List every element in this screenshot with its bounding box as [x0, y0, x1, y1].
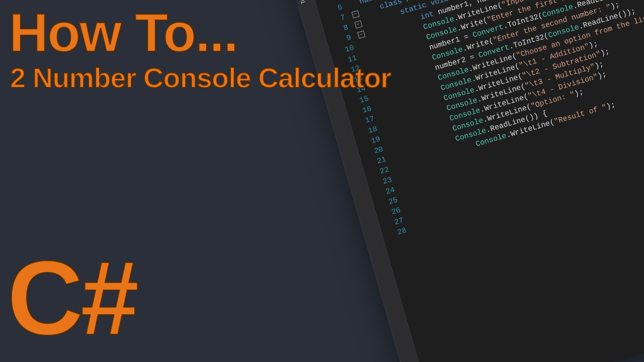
visual-studio-window: Calculator - Microsoft Visual Studio Fil… [262, 0, 644, 362]
fold-toggle-icon[interactable]: − [351, 11, 359, 19]
fold-toggle-icon[interactable]: − [354, 21, 362, 29]
overlay-language: C# [7, 245, 136, 351]
toolwell-toolbox[interactable]: Toolbox [295, 0, 313, 5]
overlay-subtitle: 2 Number Console Calculator [10, 61, 391, 94]
fold-toggle-icon[interactable]: − [357, 31, 365, 39]
overlay-title: How To... [9, 1, 237, 64]
